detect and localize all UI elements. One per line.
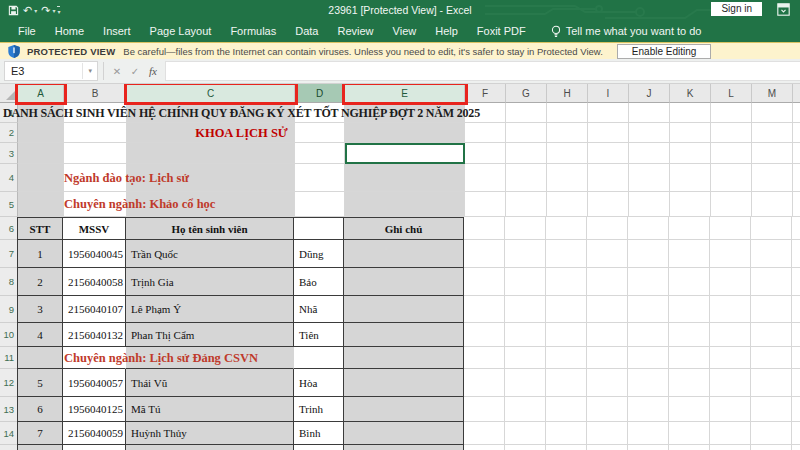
cell-note[interactable] bbox=[344, 240, 464, 268]
cell-b2[interactable] bbox=[64, 123, 127, 143]
cell-b11[interactable] bbox=[63, 347, 126, 369]
empty-cells[interactable] bbox=[464, 422, 800, 445]
undo-icon[interactable]: ↶ bbox=[23, 0, 32, 20]
cell-a1[interactable] bbox=[18, 103, 64, 123]
header-name[interactable]: Họ tên sinh viên bbox=[126, 217, 294, 240]
row-header-3[interactable]: 3 bbox=[0, 143, 18, 164]
column-header-f[interactable]: F bbox=[465, 84, 506, 103]
empty-cells[interactable] bbox=[464, 217, 800, 240]
cell-given-name[interactable]: Hòa bbox=[294, 369, 344, 397]
tab-page-layout[interactable]: Page Layout bbox=[150, 25, 212, 37]
cell-d5[interactable] bbox=[295, 192, 345, 217]
tab-help[interactable]: Help bbox=[435, 25, 458, 37]
cell-given-name[interactable]: Nhã bbox=[294, 296, 344, 323]
cell-e2[interactable] bbox=[345, 123, 465, 143]
column-header-m[interactable]: M bbox=[752, 84, 793, 103]
cell-b3[interactable] bbox=[64, 143, 127, 164]
tab-formulas[interactable]: Formulas bbox=[230, 25, 276, 37]
insert-function-icon[interactable]: fx bbox=[144, 65, 162, 77]
row-header-5[interactable]: 5 bbox=[0, 192, 18, 217]
cell-note[interactable] bbox=[344, 445, 464, 450]
cell-note[interactable] bbox=[344, 422, 464, 445]
cell-a5[interactable] bbox=[18, 192, 64, 217]
empty-cells[interactable] bbox=[465, 103, 800, 123]
cell-e4[interactable] bbox=[345, 164, 465, 192]
column-header-d[interactable]: D bbox=[295, 84, 345, 103]
header-note[interactable]: Ghi chú bbox=[344, 217, 464, 240]
sign-in-button[interactable]: Sign in bbox=[711, 2, 762, 16]
tab-home[interactable]: Home bbox=[55, 25, 84, 37]
cell-mssv[interactable]: 2156040058 bbox=[63, 268, 126, 296]
column-header-l[interactable]: L bbox=[711, 84, 752, 103]
cell-stt[interactable]: 2 bbox=[17, 268, 63, 296]
cell-name[interactable]: Mã Tú bbox=[126, 397, 294, 422]
column-header-a[interactable]: A bbox=[18, 84, 64, 103]
cell-d4[interactable] bbox=[295, 164, 345, 192]
cell-note[interactable] bbox=[344, 323, 464, 347]
row-header-7[interactable]: 7 bbox=[0, 240, 18, 268]
empty-cells[interactable] bbox=[465, 143, 800, 164]
cell-e1[interactable] bbox=[345, 103, 465, 123]
select-all-corner[interactable] bbox=[0, 84, 18, 103]
cell-d11[interactable] bbox=[294, 347, 344, 369]
empty-cells[interactable] bbox=[464, 240, 800, 268]
tell-me-search[interactable]: Tell me what you want to do bbox=[551, 25, 702, 38]
cell-c3[interactable] bbox=[127, 143, 295, 164]
cell-given-name[interactable]: Dũng bbox=[294, 240, 344, 268]
cell-given-name[interactable]: Bảo bbox=[294, 268, 344, 296]
enable-editing-button[interactable]: Enable Editing bbox=[617, 44, 712, 59]
cell-stt[interactable]: 3 bbox=[17, 296, 63, 323]
cell-c5[interactable] bbox=[127, 192, 295, 217]
row-header-1[interactable]: 1 bbox=[0, 103, 18, 123]
column-header-e[interactable]: E bbox=[345, 84, 465, 103]
column-header-h[interactable]: H bbox=[547, 84, 588, 103]
row-header-12[interactable]: 12 bbox=[0, 369, 18, 397]
save-icon[interactable] bbox=[8, 5, 19, 16]
cell-mssv[interactable]: 2156040107 bbox=[63, 296, 126, 323]
redo-dropdown-icon[interactable]: ▾ bbox=[52, 7, 55, 14]
column-header-j[interactable]: J bbox=[629, 84, 670, 103]
header-name-2[interactable] bbox=[294, 217, 344, 240]
cell-stt[interactable]: 6 bbox=[17, 397, 63, 422]
cell-given-name[interactable]: Diệu bbox=[294, 445, 344, 450]
column-header-g[interactable]: G bbox=[506, 84, 547, 103]
confirm-icon[interactable]: ✓ bbox=[126, 66, 144, 77]
cell-name[interactable]: Lê Phạm Ý bbox=[126, 296, 294, 323]
cell-a3[interactable] bbox=[18, 143, 64, 164]
cell-given-name[interactable]: Bình bbox=[294, 422, 344, 445]
row-header-13[interactable]: 13 bbox=[0, 397, 18, 422]
empty-cells[interactable] bbox=[465, 164, 800, 192]
row-header-4[interactable]: 4 bbox=[0, 164, 18, 192]
empty-cells[interactable] bbox=[464, 268, 800, 296]
cell-mssv[interactable]: 2156040064 bbox=[63, 445, 126, 450]
cell-a11[interactable] bbox=[17, 347, 63, 369]
row-header-14[interactable]: 14 bbox=[0, 422, 18, 445]
cell-d1[interactable] bbox=[295, 103, 345, 123]
tab-file[interactable]: File bbox=[18, 25, 36, 37]
cell-note[interactable] bbox=[344, 369, 464, 397]
empty-cells[interactable] bbox=[464, 323, 800, 347]
column-header-i[interactable]: I bbox=[588, 84, 629, 103]
cell-mssv[interactable]: 2156040059 bbox=[63, 422, 126, 445]
cancel-icon[interactable]: ✕ bbox=[108, 66, 126, 77]
cell-given-name[interactable]: Tiên bbox=[294, 323, 344, 347]
cell-a4[interactable] bbox=[18, 164, 64, 192]
cell-b5[interactable] bbox=[64, 192, 127, 217]
cell-d2[interactable] bbox=[295, 123, 345, 143]
tab-insert[interactable]: Insert bbox=[103, 25, 131, 37]
row-header-15[interactable]: 15 bbox=[0, 445, 18, 450]
cell-mssv[interactable]: 2156040132 bbox=[63, 323, 126, 347]
name-box-dropdown-icon[interactable]: ▾ bbox=[82, 63, 97, 79]
cell-stt[interactable]: 5 bbox=[17, 369, 63, 397]
cell-c4[interactable] bbox=[127, 164, 295, 192]
cell-b4[interactable] bbox=[64, 164, 127, 192]
cell-c2[interactable] bbox=[127, 123, 295, 143]
cell-mssv[interactable]: 1956040045 bbox=[63, 240, 126, 268]
column-header-b[interactable]: B bbox=[64, 84, 127, 103]
cell-mssv[interactable]: 1956040125 bbox=[63, 397, 126, 422]
tab-review[interactable]: Review bbox=[337, 25, 373, 37]
row-header-6[interactable]: 6 bbox=[0, 217, 18, 240]
cell-b1[interactable] bbox=[64, 103, 127, 123]
name-box[interactable]: E3 ▾ bbox=[4, 61, 98, 81]
row-header-10[interactable]: 10 bbox=[0, 323, 18, 347]
